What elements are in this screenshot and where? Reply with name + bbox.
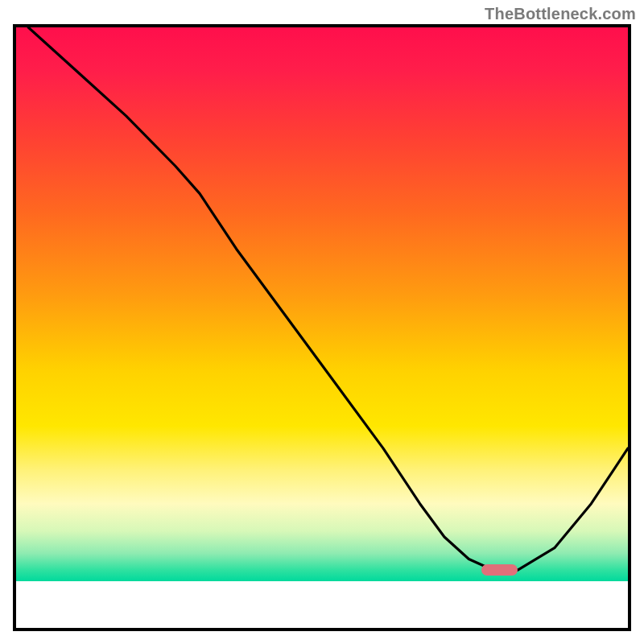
chart-root: TheBottleneck.com	[0, 0, 644, 644]
chart-curve	[16, 27, 628, 628]
optimal-marker	[481, 564, 518, 576]
bottleneck-curve-path	[28, 27, 628, 570]
watermark-text: TheBottleneck.com	[485, 5, 636, 23]
chart-frame	[13, 24, 631, 631]
